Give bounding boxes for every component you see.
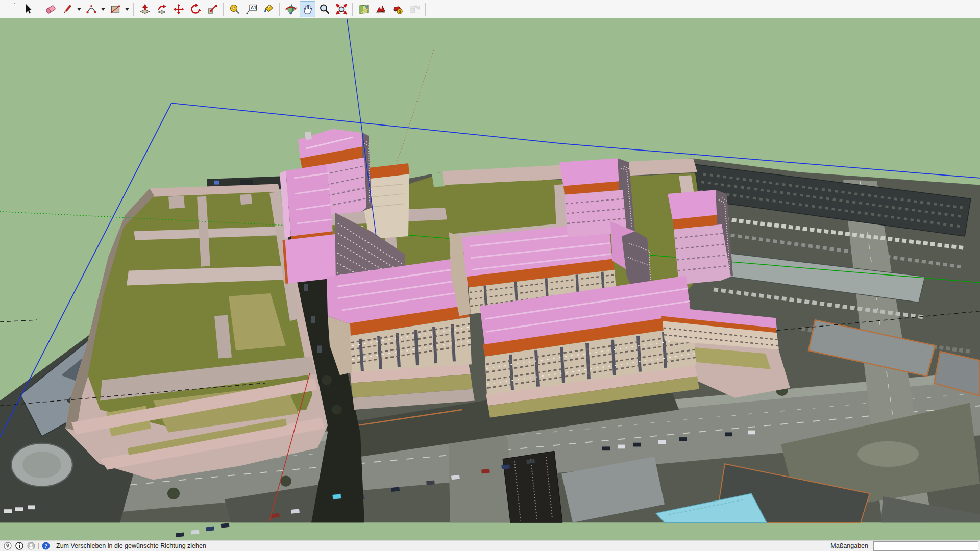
pushpull-icon	[139, 3, 151, 15]
line-tool-button[interactable]	[59, 1, 75, 17]
zoom-extents-icon	[335, 3, 348, 15]
svg-text:$: $	[398, 9, 401, 14]
toolbar: A1	[0, 0, 980, 18]
photo-textures-icon: $	[391, 3, 404, 15]
arc-tool-dropdown[interactable]	[100, 2, 106, 17]
toolbar-gripper[interactable]	[14, 3, 15, 15]
toggle-terrain-tool-button[interactable]	[373, 1, 388, 17]
select-tool-button[interactable]	[20, 1, 36, 17]
geolocation-icon[interactable]	[4, 542, 12, 550]
rectangle-tool-dropdown[interactable]	[124, 2, 130, 17]
chevron-down-icon	[77, 7, 82, 12]
toolbar-separator	[39, 3, 39, 16]
text-tool-button[interactable]: A1	[243, 1, 259, 17]
rotate-tool-button[interactable]	[187, 1, 203, 17]
move-icon	[173, 3, 185, 15]
followme-tool-button[interactable]	[154, 1, 169, 17]
preview-google-earth-tool-button[interactable]	[406, 1, 422, 17]
move-tool-button[interactable]	[170, 1, 186, 17]
toolbar-separator	[425, 3, 426, 16]
sketchup-window: A1	[0, 0, 980, 551]
credits-info-icon[interactable]	[15, 542, 23, 550]
sign-in-account-icon[interactable]	[27, 542, 35, 550]
paint-bucket-tool-button[interactable]	[260, 1, 276, 17]
svg-text:?: ?	[44, 543, 47, 549]
scale-icon	[206, 3, 218, 15]
pencil-icon	[61, 3, 74, 15]
svg-text:A1: A1	[251, 5, 256, 10]
orbit-tool-button[interactable]	[283, 1, 299, 17]
measurements-label: Maßangaben	[830, 542, 868, 549]
followme-icon	[156, 3, 168, 15]
arc-tool-button[interactable]	[83, 1, 99, 17]
eraser-icon	[44, 3, 57, 15]
rectangle-icon	[109, 3, 121, 15]
pan-tool-button[interactable]	[300, 1, 315, 17]
viewport-3d[interactable]	[0, 18, 980, 540]
status-bar: ? Zum Verschieben in die gewünschte Rich…	[0, 540, 980, 551]
help-icon[interactable]: ?	[42, 542, 50, 550]
chevron-down-icon	[101, 7, 106, 12]
select-arrow-icon	[22, 3, 34, 15]
statusbar-divider	[38, 543, 39, 549]
status-hint-text: Zum Verschieben in die gewünschte Richtu…	[56, 542, 206, 549]
eraser-tool-button[interactable]	[42, 1, 58, 17]
toolbar-separator	[223, 3, 224, 16]
zoom-tool-button[interactable]	[316, 1, 332, 17]
toolbar-separator	[279, 3, 280, 16]
add-location-tool-button[interactable]	[356, 1, 372, 17]
scene-svg	[0, 18, 980, 540]
zoom-extents-tool-button[interactable]	[333, 1, 349, 17]
rectangle-tool-button[interactable]	[107, 1, 123, 17]
pan-hand-icon	[302, 3, 314, 15]
chevron-down-icon	[125, 7, 130, 12]
add-location-map-icon	[358, 3, 370, 15]
toggle-terrain-icon	[375, 3, 387, 15]
photo-textures-tool-button[interactable]: $	[389, 1, 405, 17]
tape-measure-icon	[229, 3, 241, 15]
measurements-input[interactable]	[873, 541, 978, 551]
statusbar-divider	[824, 543, 824, 549]
pushpull-tool-button[interactable]	[137, 1, 153, 17]
magnifier-icon	[318, 3, 331, 15]
line-tool-dropdown[interactable]	[76, 2, 82, 17]
toolbar-separator	[352, 3, 353, 16]
toolbar-separator	[133, 3, 134, 16]
tape-measure-tool-button[interactable]	[227, 1, 242, 17]
rotate-icon	[189, 3, 202, 15]
orbit-icon	[284, 3, 298, 15]
arc-icon	[85, 3, 97, 15]
paint-bucket-icon	[262, 3, 275, 15]
scale-tool-button[interactable]	[204, 1, 220, 17]
text-label-icon: A1	[246, 3, 258, 15]
bus-marker	[333, 494, 341, 499]
preview-google-earth-icon	[408, 3, 421, 15]
